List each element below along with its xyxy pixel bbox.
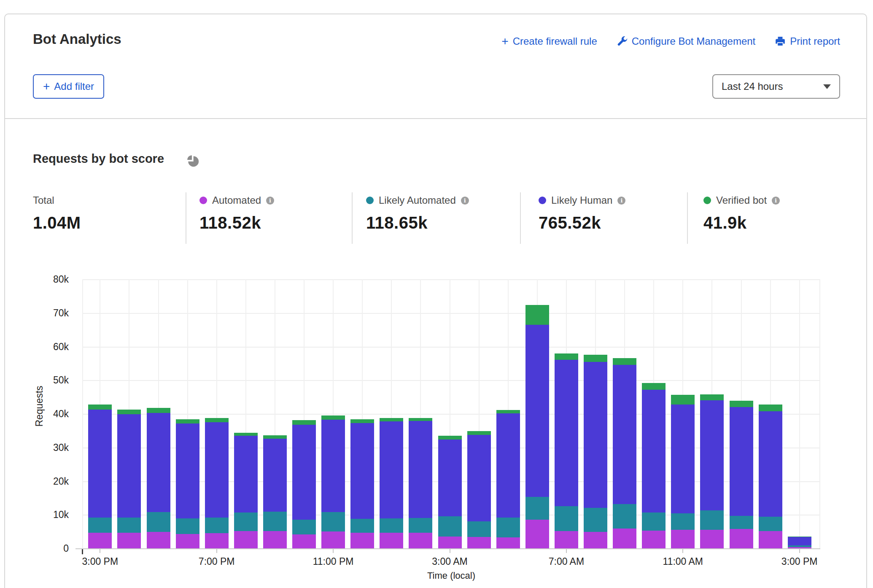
- bar-segment-likely-human: [205, 422, 229, 518]
- stat-divider: [352, 192, 353, 244]
- plus-icon: +: [501, 36, 508, 46]
- bar-segment-automated: [759, 531, 782, 548]
- bar-1-00-pm: [730, 401, 753, 548]
- time-range-select[interactable]: Last 24 hours: [712, 74, 840, 99]
- stat-verified-bot-value: 41.9k: [703, 213, 780, 232]
- bar-2-00-am: [409, 418, 432, 548]
- info-icon[interactable]: i: [461, 197, 469, 205]
- x-axis-line: [75, 548, 820, 549]
- bar-segment-likely-human: [438, 440, 462, 517]
- likely-human-legend-dot: [539, 197, 546, 204]
- bar-segment-automated: [409, 533, 432, 548]
- bar-segment-likely-automated: [380, 518, 403, 532]
- bar-segment-automated: [205, 533, 229, 548]
- likely-automated-legend-dot: [366, 197, 374, 204]
- stat-verified-bot[interactable]: Verified bot i 41.9k: [703, 195, 780, 232]
- info-icon[interactable]: i: [617, 197, 625, 205]
- bar-segment-verified-bot: [555, 353, 578, 360]
- bar-segment-verified-bot: [292, 420, 316, 424]
- axis-tick: [450, 549, 450, 553]
- bar-segment-likely-automated: [176, 518, 199, 534]
- bar-segment-likely-human: [350, 423, 374, 519]
- bar-segment-likely-automated: [409, 518, 432, 533]
- bar-segment-likely-human: [176, 423, 199, 518]
- bar-12-00-pm: [700, 394, 724, 548]
- section-title: Requests by bot score: [33, 152, 164, 166]
- v-gridline: [819, 279, 820, 548]
- y-axis-title: Requests: [34, 386, 45, 426]
- x-tick-label: 7:00 PM: [199, 556, 235, 567]
- stat-automated[interactable]: Automated i 118.52k: [199, 195, 274, 232]
- stat-divider: [520, 192, 521, 244]
- bar-segment-likely-human: [263, 439, 287, 512]
- plot-area: [82, 279, 820, 548]
- bar-segment-likely-human: [525, 325, 549, 497]
- bar-segment-verified-bot: [234, 433, 258, 436]
- bar-segment-automated: [147, 532, 170, 548]
- bar-10-00-am: [642, 383, 666, 548]
- bar-segment-likely-automated: [496, 518, 520, 537]
- bar-segment-automated: [350, 533, 374, 548]
- bar-10-00-pm: [292, 420, 316, 548]
- bar-segment-automated: [525, 520, 549, 548]
- bar-segment-automated: [496, 537, 520, 548]
- page-title: Bot Analytics: [33, 31, 121, 47]
- header-actions: + Create firewall rule Configure Bot Man…: [501, 35, 840, 47]
- axis-tick: [799, 549, 800, 553]
- add-filter-label: Add filter: [54, 81, 94, 92]
- bar-7-00-am: [555, 353, 578, 548]
- bar-segment-verified-bot: [700, 394, 724, 400]
- bar-segment-likely-automated: [584, 508, 607, 532]
- bar-segment-automated: [438, 537, 462, 548]
- x-tick-label: 7:00 AM: [549, 556, 584, 567]
- bar-segment-likely-automated: [88, 518, 112, 533]
- create-firewall-rule-link[interactable]: + Create firewall rule: [501, 35, 597, 47]
- bar-segment-likely-automated: [555, 506, 578, 531]
- wrench-icon: [617, 36, 628, 47]
- x-axis-title: Time (local): [427, 570, 475, 581]
- bar-segment-automated: [642, 531, 666, 548]
- axis-tick: [82, 549, 83, 554]
- stat-likely-human-value: 765.52k: [539, 213, 625, 232]
- bar-segment-likely-automated: [292, 520, 316, 534]
- h-gridline: [82, 347, 820, 348]
- bar-4-00-am: [467, 431, 491, 548]
- y-tick-label: 40k: [25, 408, 69, 420]
- bar-1-00-am: [380, 418, 403, 548]
- add-filter-button[interactable]: + Add filter: [33, 74, 104, 99]
- bar-segment-verified-bot: [147, 408, 170, 413]
- bar-segment-automated: [292, 534, 316, 548]
- bar-segment-verified-bot: [88, 405, 112, 409]
- bar-segment-likely-automated: [350, 519, 374, 533]
- stat-likely-automated[interactable]: Likely Automated i 118.65k: [366, 195, 469, 232]
- bar-segment-likely-human: [380, 421, 403, 518]
- bar-segment-likely-automated: [321, 512, 345, 531]
- pie-chart-icon: [186, 154, 201, 169]
- stat-likely-human[interactable]: Likely Human i 765.52k: [539, 195, 625, 232]
- configure-bot-management-label: Configure Bot Management: [632, 35, 756, 47]
- bar-segment-likely-automated: [730, 516, 753, 529]
- stat-total-value: 1.04M: [33, 213, 81, 232]
- bar-segment-automated: [88, 533, 112, 548]
- y-tick-label: 60k: [25, 341, 69, 353]
- bar-segment-automated: [613, 529, 636, 548]
- stat-likely-human-label: Likely Human: [551, 194, 612, 206]
- bar-segment-likely-human: [642, 390, 666, 512]
- bar-segment-likely-automated: [613, 504, 636, 529]
- bar-segment-likely-human: [467, 435, 491, 521]
- bar-2-00-pm: [759, 405, 782, 548]
- bar-segment-likely-automated: [438, 516, 462, 537]
- info-icon[interactable]: i: [772, 197, 780, 205]
- bar-12-00-am: [350, 419, 374, 548]
- bar-segment-verified-bot: [613, 358, 636, 364]
- bar-segment-automated: [263, 531, 287, 548]
- configure-bot-management-link[interactable]: Configure Bot Management: [617, 35, 756, 47]
- info-icon[interactable]: i: [266, 197, 274, 205]
- bar-segment-automated: [467, 537, 491, 548]
- bar-8-00-pm: [234, 433, 258, 548]
- print-report-link[interactable]: Print report: [775, 35, 840, 47]
- y-tick-label: 50k: [25, 375, 69, 386]
- bar-segment-likely-human: [409, 421, 432, 518]
- bar-segment-verified-bot: [642, 383, 666, 390]
- bar-segment-likely-human: [700, 400, 724, 510]
